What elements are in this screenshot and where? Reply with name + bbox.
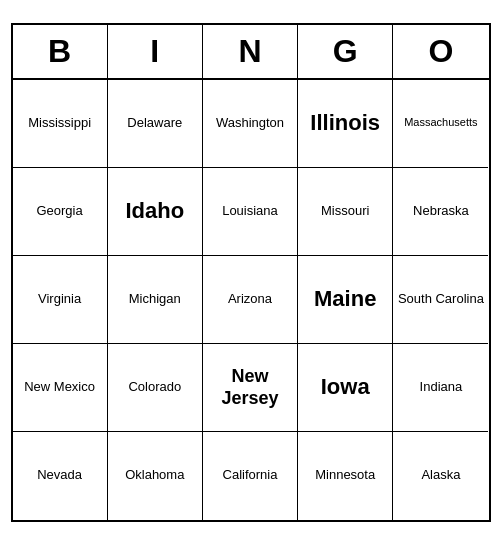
bingo-cell: Colorado [108,344,203,432]
cell-label: Louisiana [222,203,278,219]
cell-label: Arizona [228,291,272,307]
bingo-cell: Louisiana [203,168,298,256]
cell-label: New Mexico [24,379,95,395]
cell-label: California [223,467,278,483]
header-letter: G [298,25,393,78]
cell-label: Washington [216,115,284,131]
cell-label: Mississippi [28,115,91,131]
bingo-cell: Washington [203,80,298,168]
bingo-cell: Massachusetts [393,80,488,168]
bingo-cell: New Mexico [13,344,108,432]
bingo-cell: Maine [298,256,393,344]
bingo-cell: Illinois [298,80,393,168]
bingo-cell: Mississippi [13,80,108,168]
header-letter: B [13,25,108,78]
header-letter: O [393,25,488,78]
bingo-cell: California [203,432,298,520]
bingo-cell: South Carolina [393,256,488,344]
bingo-cell: Michigan [108,256,203,344]
bingo-cell: Virginia [13,256,108,344]
cell-label: Virginia [38,291,81,307]
bingo-cell: Idaho [108,168,203,256]
bingo-cell: Delaware [108,80,203,168]
cell-label: New Jersey [207,365,293,410]
cell-label: Minnesota [315,467,375,483]
bingo-cell: Alaska [393,432,488,520]
cell-label: Alaska [421,467,460,483]
cell-label: Maine [314,285,376,313]
cell-label: Indiana [420,379,463,395]
cell-label: Delaware [127,115,182,131]
header-letter: N [203,25,298,78]
cell-label: Nebraska [413,203,469,219]
bingo-cell: Indiana [393,344,488,432]
header-letter: I [108,25,203,78]
cell-label: Colorado [128,379,181,395]
bingo-card: BINGO MississippiDelawareWashingtonIllin… [11,23,491,522]
bingo-cell: Nebraska [393,168,488,256]
bingo-cell: Minnesota [298,432,393,520]
cell-label: Michigan [129,291,181,307]
cell-label: Idaho [125,197,184,225]
bingo-cell: Iowa [298,344,393,432]
bingo-cell: New Jersey [203,344,298,432]
bingo-cell: Nevada [13,432,108,520]
cell-label: Massachusetts [404,116,477,130]
bingo-header: BINGO [13,25,489,80]
cell-label: Illinois [310,109,380,137]
bingo-cell: Georgia [13,168,108,256]
bingo-grid: MississippiDelawareWashingtonIllinoisMas… [13,80,489,520]
cell-label: Oklahoma [125,467,184,483]
cell-label: South Carolina [398,291,484,307]
cell-label: Iowa [321,373,370,401]
bingo-cell: Oklahoma [108,432,203,520]
cell-label: Nevada [37,467,82,483]
cell-label: Missouri [321,203,369,219]
bingo-cell: Arizona [203,256,298,344]
bingo-cell: Missouri [298,168,393,256]
cell-label: Georgia [36,203,82,219]
